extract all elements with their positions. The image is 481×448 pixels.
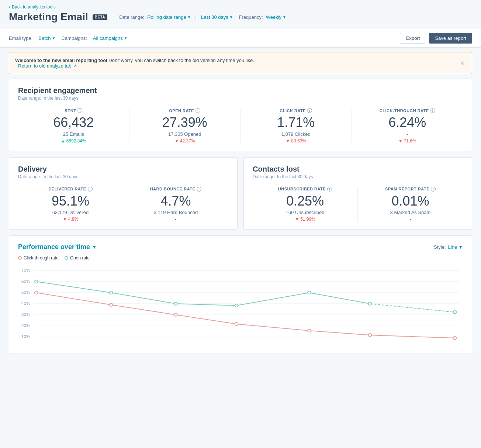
spam-report-rate-label: SPAM REPORT RATE i [364,187,457,192]
click-rate-value: 1.71% [246,115,346,130]
svg-text:50%: 50% [21,290,30,294]
click-rate-point-3 [174,313,177,316]
frequency-label: Frequency: [239,14,263,20]
svg-text:20%: 20% [21,324,30,328]
last-30-days-label: Last 30 days [201,14,228,20]
click-rate-point-6 [368,334,371,337]
open-rate-point-3 [174,302,177,305]
open-rate-point-5 [308,291,311,294]
click-through-rate-legend-label: Click-through rate [24,255,59,261]
style-value: Line [448,244,457,250]
open-rate-point-6 [368,302,371,305]
delivery-metrics: DELIVERED RATE i 95.1% 63,179 Delivered … [18,187,228,222]
dropdown-caret2: ▼ [229,15,233,19]
recipient-engagement-metrics: SENT i 66,432 25 Emails ▲ 6892.84% OPEN … [18,108,463,144]
open-rate-point-2 [110,291,113,294]
unsubscribed-rate-sub: 160 Unsubscribed [259,210,352,215]
campaigns-label: Campaigns: [61,35,87,41]
campaigns-dropdown[interactable]: All campaigns ▼ [93,35,128,41]
contacts-lost-card: Contacts lost Date range: In the last 30… [243,157,472,230]
click-rate-point-7 [453,337,457,340]
banner-close-button[interactable]: × [459,60,466,66]
click-rate-sub: 1,079 Clicked [246,131,346,137]
hard-bounce-rate-metric: HARD BOUNCE RATE i 4.7% 3,119 Hard Bounc… [123,187,228,222]
style-label: Style: [434,244,446,250]
unsubscribed-info-icon[interactable]: i [327,187,332,192]
chevron-left-icon: ‹ [9,4,10,10]
page-title: Marketing Email [9,11,88,23]
delivered-rate-value: 95.1% [24,194,117,209]
trend-down-arrow4: ▼ [63,217,67,222]
spam-report-rate-metric: SPAM REPORT RATE i 0.01% 3 Marked As Spa… [358,187,463,222]
return-to-old-analyze-link[interactable]: Return to old analyze tab ↗ [18,63,456,69]
banner-text: Welcome to the new email reporting tool … [15,58,456,69]
email-type-caret: ▼ [52,36,56,40]
click-rate-point-4 [235,323,238,325]
style-dropdown[interactable]: Line ▼ [448,244,463,250]
open-rate-point-1 [35,280,38,283]
trend-down-arrow: ▼ [174,138,179,144]
frequency-value: Weekly [266,14,281,20]
return-link-text: Return to old analyze tab [18,63,72,69]
delivery-contacts-row: Delivery Date range: In the last 30 days… [9,157,472,230]
date-range-label: Date range: [119,14,144,20]
save-as-report-button[interactable]: Save as report [429,33,472,44]
click-through-rate-metric: CLICK-THROUGH RATE i 6.24% - ▼ 71.6% [352,108,463,144]
spam-report-rate-value: 0.01% [364,194,457,209]
trend-down-arrow3: ▼ [398,138,403,144]
open-rate-legend-label: Open rate [70,255,90,261]
performance-title: Performance over time ▼ [18,243,97,251]
frequency-dropdown[interactable]: Weekly ▼ [266,14,286,20]
back-to-analytics-link[interactable]: ‹ Back to analytics tools [0,0,481,11]
open-rate-point-7 [453,311,457,314]
campaigns-caret: ▼ [124,36,128,40]
campaigns-value: All campaigns [93,35,123,41]
click-through-rate-sub: - [358,131,457,137]
hard-bounce-rate-trend: - [129,217,222,222]
hard-bounce-rate-value: 4.7% [129,194,222,209]
sent-sub: 25 Emails [24,131,123,137]
open-rate-dot [65,256,68,260]
unsubscribed-rate-value: 0.25% [259,194,352,209]
rolling-date-range-dropdown[interactable]: Rolling date range ▼ [147,14,191,20]
click-through-rate-info-icon[interactable]: i [430,108,435,113]
export-button[interactable]: Export [400,33,426,44]
sent-label: SENT i [24,108,123,113]
spam-report-rate-trend: - [364,217,457,222]
legend-open-rate: Open rate [65,255,90,261]
recipient-engagement-title: Recipient engagement [18,86,463,95]
delivery-date-range: Date range: In the last 30 days [18,174,228,179]
email-type-dropdown[interactable]: Batch ▼ [38,35,55,41]
click-through-rate-value: 6.24% [358,115,457,130]
unsubscribed-rate-trend: ▼ 51.99% [259,217,352,222]
hard-bounce-rate-sub: 3,119 Hard Bounced [129,210,222,215]
dropdown-caret: ▼ [187,15,191,19]
click-rate-point-2 [110,303,113,306]
svg-text:10%: 10% [21,335,30,339]
click-rate-label: CLICK RATE i [246,108,346,113]
delivered-rate-info-icon[interactable]: i [88,187,93,192]
spam-report-info-icon[interactable]: i [431,187,436,192]
delivery-card: Delivery Date range: In the last 30 days… [9,157,238,230]
hard-bounce-info-icon[interactable]: i [197,187,201,192]
performance-over-time-card: Performance over time ▼ Style: Line ▼ Cl… [9,235,472,354]
svg-text:30%: 30% [21,313,30,317]
recipient-engagement-card: Recipient engagement Date range: In the … [9,79,472,151]
sent-info-icon[interactable]: i [77,108,82,113]
email-type-value: Batch [38,35,51,41]
svg-text:70%: 70% [21,268,30,272]
hard-bounce-rate-label: HARD BOUNCE RATE i [129,187,222,192]
performance-caret[interactable]: ▼ [92,245,97,250]
back-link-text: Back to analytics tools [12,4,56,10]
click-through-rate-dot [18,256,22,260]
performance-chart: 70% 60% 50% 40% 30% 20% 10% [18,265,463,346]
open-rate-info-icon[interactable]: i [195,108,200,113]
open-rate-sub: 17,305 Opened [135,131,235,137]
header-controls: Date range: Rolling date range ▼ | Last … [119,14,286,20]
click-rate-info-icon[interactable]: i [307,108,312,113]
last-30-days-dropdown[interactable]: Last 30 days ▼ [201,14,233,20]
click-rate-point-1 [35,291,38,294]
open-rate-point-4 [235,304,238,307]
spam-report-rate-sub: 3 Marked As Spam [364,210,457,215]
open-rate-label: OPEN RATE i [135,108,235,113]
